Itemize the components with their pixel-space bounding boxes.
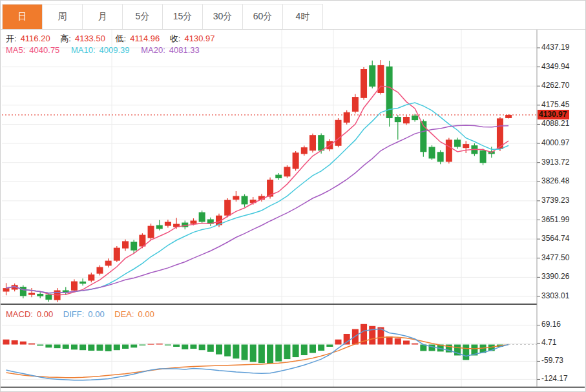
macd-bar — [318, 345, 324, 351]
close-value: 4130.97 — [184, 34, 215, 43]
candle-body — [403, 117, 410, 123]
price-tick-label: 3651.99 — [541, 215, 569, 225]
chart-canvas[interactable] — [1, 1, 585, 391]
candle-body — [463, 144, 469, 148]
tab-30min[interactable]: 30分 — [203, 5, 243, 29]
macd-tick-label: -59.73 — [541, 356, 563, 366]
tab-month[interactable]: 月 — [83, 5, 123, 29]
macd-bar — [463, 345, 469, 360]
macd-bar — [412, 344, 418, 345]
candle-body — [361, 69, 367, 98]
ma10-line — [6, 103, 509, 293]
ma5-line — [6, 86, 509, 295]
macd-bar — [309, 345, 316, 353]
tab-60min[interactable]: 60分 — [243, 5, 283, 29]
diff-line — [6, 329, 509, 380]
candle-body — [224, 200, 231, 216]
diff-value: 0.00 — [88, 309, 104, 319]
macd-tick-label: 4.71 — [541, 338, 556, 347]
macd-tick-label: -124.17 — [541, 374, 568, 384]
candle-body — [429, 147, 435, 158]
kline-chart-app: 日 周 月 5分 15分 30分 60分 4时 开:4116.20 高:4133… — [0, 0, 586, 392]
price-tick-label: 3564.74 — [541, 234, 569, 243]
dea-value: 0.00 — [138, 309, 154, 319]
macd-bar — [54, 345, 61, 349]
candle-body — [480, 150, 487, 163]
candle-body — [284, 167, 290, 176]
diff-label: DIFF: — [63, 309, 85, 319]
open-value: 4116.20 — [21, 34, 50, 43]
price-tick-label: 4175.45 — [541, 100, 569, 110]
candle-body — [293, 152, 299, 169]
tab-15min[interactable]: 15分 — [163, 5, 203, 29]
macd-bar — [199, 345, 205, 351]
high-value: 4133.50 — [75, 34, 105, 43]
candle-body — [71, 282, 78, 291]
macd-bar — [148, 344, 154, 345]
candle-body — [412, 116, 418, 120]
macd-bar — [63, 345, 69, 349]
timeframe-tabs: 日 周 月 5分 15分 30分 60分 4时 — [2, 4, 323, 29]
macd-bar — [114, 345, 120, 351]
macd-bar — [3, 340, 10, 345]
macd-bar — [131, 345, 137, 348]
candle-body — [301, 147, 308, 154]
macd-bar — [182, 345, 188, 349]
last-price-label: 4130.97 — [538, 110, 569, 119]
price-tick-label: 3303.01 — [541, 291, 569, 301]
macd-bar — [122, 345, 129, 349]
macd-bar — [173, 345, 180, 347]
tab-day[interactable]: 日 — [3, 5, 43, 29]
candle-body — [344, 112, 350, 123]
price-tick-label: 3739.23 — [541, 196, 569, 205]
macd-bar — [105, 345, 112, 351]
macd-bar — [156, 344, 163, 344]
candle-body — [131, 242, 137, 250]
macd-bar — [301, 345, 308, 356]
candle-body — [199, 212, 205, 222]
low-label: 低: — [116, 34, 127, 43]
tab-4hour[interactable]: 4时 — [283, 5, 323, 29]
macd-info-row: MACD:0.00 DIFF:0.00 DEA:0.00 — [6, 309, 158, 319]
macd-bar — [88, 345, 94, 351]
macd-bar — [258, 345, 265, 364]
tab-5min[interactable]: 5分 — [123, 5, 163, 29]
candle-body — [114, 248, 120, 261]
macd-value: 0.00 — [37, 309, 53, 319]
price-tick-label: 3826.48 — [541, 176, 569, 186]
ma20-label: MA20: — [141, 45, 165, 55]
low-value: 4114.96 — [130, 34, 160, 43]
dea-label: DEA: — [114, 309, 134, 319]
price-tick-label: 3390.26 — [541, 272, 569, 282]
tab-week[interactable]: 周 — [43, 5, 83, 29]
candle-body — [105, 261, 112, 266]
macd-bar — [12, 340, 18, 345]
macd-bar — [386, 336, 393, 345]
candle-body — [369, 65, 375, 87]
macd-bar — [224, 345, 231, 356]
price-tick-label: 4000.97 — [541, 138, 569, 148]
ma20-value: 4081.33 — [169, 45, 200, 55]
candle-body — [352, 97, 359, 112]
macd-bar — [326, 345, 333, 347]
close-label: 收: — [170, 34, 181, 43]
macd-tick-label: 69.16 — [541, 320, 561, 329]
macd-bar — [267, 345, 273, 364]
price-tick-label: 4262.70 — [541, 81, 569, 90]
macd-bar — [139, 345, 145, 346]
macd-bar — [335, 340, 342, 345]
candle-body — [3, 288, 10, 291]
candle-body — [446, 139, 452, 161]
ma-info-row: MA5:4040.75 MA10:4009.39 MA20:4081.33 — [6, 45, 204, 55]
candle-body — [37, 294, 43, 296]
high-label: 高: — [60, 34, 71, 43]
macd-bar — [284, 345, 290, 360]
ma5-value: 4040.75 — [29, 45, 59, 55]
macd-bar — [369, 326, 375, 345]
candle-body — [88, 274, 94, 281]
candle-body — [28, 293, 35, 295]
candle-body — [233, 196, 239, 200]
price-tick-label: 3477.50 — [541, 253, 569, 263]
candle-body — [437, 152, 444, 161]
macd-bar — [250, 345, 256, 362]
